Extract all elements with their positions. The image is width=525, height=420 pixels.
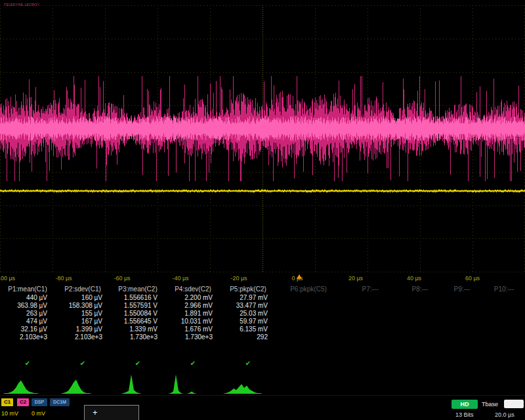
param-header[interactable]: P4:sdev(C2) [165,285,220,293]
descriptor-bar: C1 C2 DSP DC1M 10 mV 0 mV + HD 13 Bits T… [0,395,525,420]
measurement-header-row: P1:mean(C1)P2:sdev(C1)P3:mean(C2)P4:sdev… [0,285,525,293]
measurement-value: 2.200 mV [165,294,220,302]
measurement-value: 155 µV [55,310,110,318]
measurement-value: 474 µV [0,318,55,326]
measurement-value: 6.135 mV [220,326,276,333]
measurement-value: 1.557591 V [110,302,165,310]
measurement-status-row: ✔✔✔✔✔ [0,360,525,368]
measurement-value: 32.16 µV [0,326,55,333]
measurement-value: 1.730e+3 [110,333,165,341]
time-axis-label: 40 µs [407,275,421,282]
measurement-value: 2.103e+3 [0,333,55,341]
histicon[interactable] [165,368,220,395]
time-axis-label: -40 µs [172,275,188,282]
time-axis-label: -20 µs [230,275,247,282]
hd-bits-label: 13 Bits [455,411,474,418]
param-header[interactable]: P1:mean(C1) [0,285,55,293]
time-axis-label: 60 µs [465,275,480,282]
measurement-value: 25.03 mV [220,310,276,318]
time-axis-label: 20 µs [348,275,363,282]
param-header-unused[interactable]: P10:--- [483,285,525,293]
dsp-badge[interactable]: DSP [32,398,47,406]
measurement-value: 440 µV [0,294,55,302]
channel2-descriptor[interactable]: C2 [17,398,29,406]
time-axis-label: -60 µs [114,275,130,282]
measurement-value: 160 µV [55,294,110,302]
measurement-value: 167 µV [55,318,110,326]
measurement-value: 2.103e+3 [55,333,110,341]
timebase-scale: 20.0 µs [495,411,514,418]
time-axis-label: 0 µs [291,275,303,282]
oscilloscope-screen: TELEDYNE LECROY -100 µs-80 µs-60 µs-40 µ… [0,0,525,420]
measurement-value: 1.891 mV [165,310,220,318]
param-header-unused[interactable]: P6:pkpk(C5) [276,285,341,293]
measurement-value: 1.730e+3 [165,333,220,341]
measurement-value: 1.556616 V [110,294,165,302]
measurement-value: 363.98 µV [0,302,55,310]
time-axis-label: -80 µs [55,275,72,282]
measurement-value: 59.97 mV [220,318,276,326]
status-check-icon: ✔ [110,360,165,368]
histicon[interactable] [55,368,110,395]
add-button[interactable]: + [93,407,98,419]
waveform-display[interactable] [0,0,525,273]
param-header[interactable]: P2:sdev(C1) [55,285,110,293]
histicon-row [0,368,525,395]
measurement-value: 1.556645 V [110,318,165,326]
measurement-row: 363.98 µV158.308 µV1.557591 V2.966 mV33.… [0,302,525,310]
status-check-icon: ✔ [55,360,110,368]
channel1-offset: 0 mV [32,410,45,417]
measurement-value: 292 [220,333,276,341]
measurement-row: 440 µV160 µV1.556616 V2.200 mV27.97 mV [0,294,525,302]
status-check-icon: ✔ [0,360,55,368]
hd-mode-badge[interactable]: HD [452,400,478,409]
param-header-unused[interactable]: P9:--- [441,285,483,293]
param-header[interactable]: P3:mean(C2) [110,285,165,293]
add-panel[interactable]: + [84,405,139,420]
timebase-label: Tbase [482,401,498,408]
measurement-value: 158.308 µV [55,302,110,310]
measurement-value: 2.966 mV [165,302,220,310]
measurement-row: 263 µV155 µV1.550084 V1.891 mV25.03 mV [0,310,525,318]
measurement-value: 1.399 µV [55,326,110,333]
param-header-unused[interactable]: P8:--- [399,285,441,293]
timebase-descriptor[interactable] [504,400,524,408]
measurement-value: 1.676 mV [165,326,220,333]
time-axis-label: -100 µs [0,275,15,282]
measurement-value: 33.477 mV [220,302,276,310]
time-axis: -100 µs-80 µs-60 µs-40 µs-20 µs0 µs20 µs… [0,273,525,284]
brand-logo: TELEDYNE LECROY [4,3,39,7]
measurement-value: 10.031 mV [165,318,220,326]
channel1-descriptor[interactable]: C1 [1,398,13,406]
histicon[interactable] [110,368,165,395]
measurement-value: 1.339 mV [110,326,165,333]
measurement-table: 440 µV160 µV1.556616 V2.200 mV27.97 mV36… [0,294,525,341]
param-header-unused[interactable]: P7:--- [341,285,399,293]
measurement-row: 2.103e+32.103e+31.730e+31.730e+3292 [0,333,525,341]
status-check-icon: ✔ [165,360,220,368]
coupling-badge[interactable]: DC1M [50,398,70,406]
histicon[interactable] [220,368,276,395]
measurement-value: 263 µV [0,310,55,318]
channel1-vdiv: 10 mV [1,410,18,417]
measurement-row: 32.16 µV1.399 µV1.339 mV1.676 mV6.135 mV [0,326,525,333]
status-check-icon: ✔ [220,360,276,368]
measurement-value: 1.550084 V [110,310,165,318]
measurement-row: 474 µV167 µV1.556645 V10.031 mV59.97 mV [0,318,525,326]
measurement-value: 27.97 mV [220,294,276,302]
param-header[interactable]: P5:pkpk(C2) [220,285,276,293]
histicon[interactable] [0,368,55,395]
